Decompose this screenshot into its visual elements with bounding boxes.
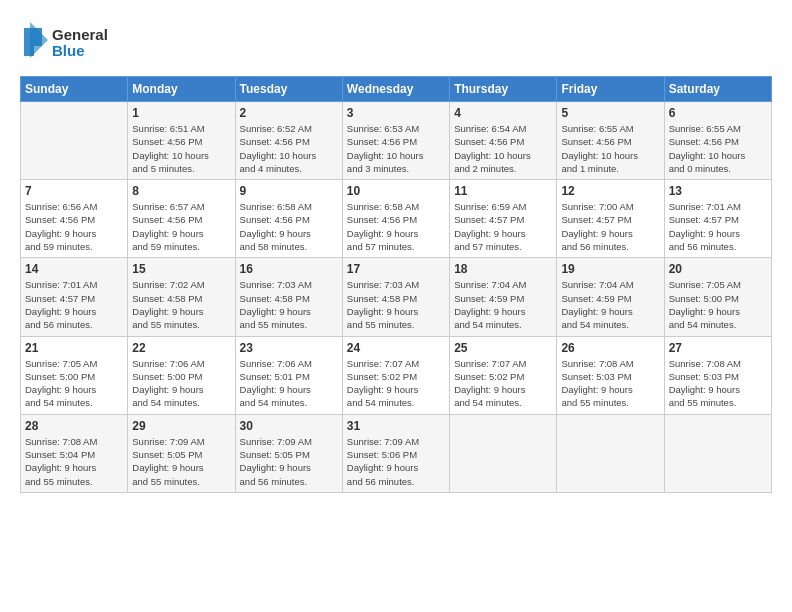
day-info: Sunrise: 7:04 AM Sunset: 4:59 PM Dayligh…	[454, 278, 552, 331]
day-info: Sunrise: 7:05 AM Sunset: 5:00 PM Dayligh…	[25, 357, 123, 410]
calendar-cell: 24Sunrise: 7:07 AM Sunset: 5:02 PM Dayli…	[342, 336, 449, 414]
day-number: 5	[561, 106, 659, 120]
day-number: 13	[669, 184, 767, 198]
day-of-week-header: Friday	[557, 77, 664, 102]
calendar-cell	[557, 414, 664, 492]
calendar-cell: 19Sunrise: 7:04 AM Sunset: 4:59 PM Dayli…	[557, 258, 664, 336]
day-number: 28	[25, 419, 123, 433]
day-info: Sunrise: 7:05 AM Sunset: 5:00 PM Dayligh…	[669, 278, 767, 331]
day-info: Sunrise: 6:51 AM Sunset: 4:56 PM Dayligh…	[132, 122, 230, 175]
day-info: Sunrise: 7:09 AM Sunset: 5:05 PM Dayligh…	[132, 435, 230, 488]
calendar-week-row: 1Sunrise: 6:51 AM Sunset: 4:56 PM Daylig…	[21, 102, 772, 180]
day-number: 7	[25, 184, 123, 198]
day-of-week-header: Monday	[128, 77, 235, 102]
calendar-cell: 6Sunrise: 6:55 AM Sunset: 4:56 PM Daylig…	[664, 102, 771, 180]
day-number: 9	[240, 184, 338, 198]
calendar-cell: 16Sunrise: 7:03 AM Sunset: 4:58 PM Dayli…	[235, 258, 342, 336]
day-info: Sunrise: 7:06 AM Sunset: 5:00 PM Dayligh…	[132, 357, 230, 410]
calendar-cell: 21Sunrise: 7:05 AM Sunset: 5:00 PM Dayli…	[21, 336, 128, 414]
day-number: 26	[561, 341, 659, 355]
page-container: General Blue SundayMondayTuesdayWednesda…	[0, 0, 792, 503]
day-info: Sunrise: 6:56 AM Sunset: 4:56 PM Dayligh…	[25, 200, 123, 253]
day-of-week-header: Sunday	[21, 77, 128, 102]
day-number: 22	[132, 341, 230, 355]
calendar-cell: 15Sunrise: 7:02 AM Sunset: 4:58 PM Dayli…	[128, 258, 235, 336]
day-info: Sunrise: 6:57 AM Sunset: 4:56 PM Dayligh…	[132, 200, 230, 253]
day-number: 23	[240, 341, 338, 355]
day-number: 4	[454, 106, 552, 120]
day-info: Sunrise: 6:58 AM Sunset: 4:56 PM Dayligh…	[347, 200, 445, 253]
logo-svg: General Blue	[20, 18, 130, 66]
svg-text:General: General	[52, 26, 108, 43]
day-info: Sunrise: 7:08 AM Sunset: 5:03 PM Dayligh…	[561, 357, 659, 410]
day-number: 27	[669, 341, 767, 355]
day-number: 24	[347, 341, 445, 355]
calendar-cell: 23Sunrise: 7:06 AM Sunset: 5:01 PM Dayli…	[235, 336, 342, 414]
day-info: Sunrise: 7:07 AM Sunset: 5:02 PM Dayligh…	[347, 357, 445, 410]
logo: General Blue	[20, 18, 130, 70]
header: General Blue	[20, 18, 772, 70]
day-number: 25	[454, 341, 552, 355]
calendar-cell: 25Sunrise: 7:07 AM Sunset: 5:02 PM Dayli…	[450, 336, 557, 414]
calendar-cell: 4Sunrise: 6:54 AM Sunset: 4:56 PM Daylig…	[450, 102, 557, 180]
day-number: 17	[347, 262, 445, 276]
svg-marker-3	[30, 22, 48, 58]
day-info: Sunrise: 6:58 AM Sunset: 4:56 PM Dayligh…	[240, 200, 338, 253]
day-number: 20	[669, 262, 767, 276]
day-info: Sunrise: 7:06 AM Sunset: 5:01 PM Dayligh…	[240, 357, 338, 410]
calendar-cell: 3Sunrise: 6:53 AM Sunset: 4:56 PM Daylig…	[342, 102, 449, 180]
calendar-week-row: 28Sunrise: 7:08 AM Sunset: 5:04 PM Dayli…	[21, 414, 772, 492]
day-number: 16	[240, 262, 338, 276]
day-number: 21	[25, 341, 123, 355]
calendar-cell: 9Sunrise: 6:58 AM Sunset: 4:56 PM Daylig…	[235, 180, 342, 258]
day-info: Sunrise: 7:08 AM Sunset: 5:03 PM Dayligh…	[669, 357, 767, 410]
calendar-cell: 22Sunrise: 7:06 AM Sunset: 5:00 PM Dayli…	[128, 336, 235, 414]
day-info: Sunrise: 7:09 AM Sunset: 5:05 PM Dayligh…	[240, 435, 338, 488]
calendar-cell: 29Sunrise: 7:09 AM Sunset: 5:05 PM Dayli…	[128, 414, 235, 492]
day-info: Sunrise: 7:03 AM Sunset: 4:58 PM Dayligh…	[240, 278, 338, 331]
day-info: Sunrise: 6:54 AM Sunset: 4:56 PM Dayligh…	[454, 122, 552, 175]
day-info: Sunrise: 7:08 AM Sunset: 5:04 PM Dayligh…	[25, 435, 123, 488]
day-info: Sunrise: 7:04 AM Sunset: 4:59 PM Dayligh…	[561, 278, 659, 331]
day-info: Sunrise: 7:00 AM Sunset: 4:57 PM Dayligh…	[561, 200, 659, 253]
calendar-cell: 8Sunrise: 6:57 AM Sunset: 4:56 PM Daylig…	[128, 180, 235, 258]
calendar-cell: 17Sunrise: 7:03 AM Sunset: 4:58 PM Dayli…	[342, 258, 449, 336]
day-info: Sunrise: 7:01 AM Sunset: 4:57 PM Dayligh…	[669, 200, 767, 253]
calendar-cell: 26Sunrise: 7:08 AM Sunset: 5:03 PM Dayli…	[557, 336, 664, 414]
calendar-cell: 18Sunrise: 7:04 AM Sunset: 4:59 PM Dayli…	[450, 258, 557, 336]
calendar-cell: 30Sunrise: 7:09 AM Sunset: 5:05 PM Dayli…	[235, 414, 342, 492]
day-info: Sunrise: 7:09 AM Sunset: 5:06 PM Dayligh…	[347, 435, 445, 488]
day-number: 19	[561, 262, 659, 276]
day-number: 10	[347, 184, 445, 198]
calendar-cell	[664, 414, 771, 492]
day-number: 14	[25, 262, 123, 276]
day-number: 30	[240, 419, 338, 433]
svg-text:Blue: Blue	[52, 42, 85, 59]
calendar-header-row: SundayMondayTuesdayWednesdayThursdayFrid…	[21, 77, 772, 102]
calendar-week-row: 14Sunrise: 7:01 AM Sunset: 4:57 PM Dayli…	[21, 258, 772, 336]
day-info: Sunrise: 7:01 AM Sunset: 4:57 PM Dayligh…	[25, 278, 123, 331]
calendar-cell: 1Sunrise: 6:51 AM Sunset: 4:56 PM Daylig…	[128, 102, 235, 180]
day-number: 6	[669, 106, 767, 120]
calendar-cell: 14Sunrise: 7:01 AM Sunset: 4:57 PM Dayli…	[21, 258, 128, 336]
calendar-cell: 12Sunrise: 7:00 AM Sunset: 4:57 PM Dayli…	[557, 180, 664, 258]
calendar-cell	[21, 102, 128, 180]
calendar-cell: 13Sunrise: 7:01 AM Sunset: 4:57 PM Dayli…	[664, 180, 771, 258]
calendar-cell: 10Sunrise: 6:58 AM Sunset: 4:56 PM Dayli…	[342, 180, 449, 258]
logo-text-block: General Blue	[20, 18, 130, 70]
day-number: 8	[132, 184, 230, 198]
day-number: 11	[454, 184, 552, 198]
day-number: 12	[561, 184, 659, 198]
calendar-cell: 11Sunrise: 6:59 AM Sunset: 4:57 PM Dayli…	[450, 180, 557, 258]
day-info: Sunrise: 6:53 AM Sunset: 4:56 PM Dayligh…	[347, 122, 445, 175]
calendar-cell: 28Sunrise: 7:08 AM Sunset: 5:04 PM Dayli…	[21, 414, 128, 492]
day-number: 31	[347, 419, 445, 433]
day-number: 29	[132, 419, 230, 433]
calendar-cell: 27Sunrise: 7:08 AM Sunset: 5:03 PM Dayli…	[664, 336, 771, 414]
day-number: 3	[347, 106, 445, 120]
day-number: 15	[132, 262, 230, 276]
day-info: Sunrise: 7:02 AM Sunset: 4:58 PM Dayligh…	[132, 278, 230, 331]
day-info: Sunrise: 6:59 AM Sunset: 4:57 PM Dayligh…	[454, 200, 552, 253]
day-info: Sunrise: 7:07 AM Sunset: 5:02 PM Dayligh…	[454, 357, 552, 410]
day-number: 18	[454, 262, 552, 276]
